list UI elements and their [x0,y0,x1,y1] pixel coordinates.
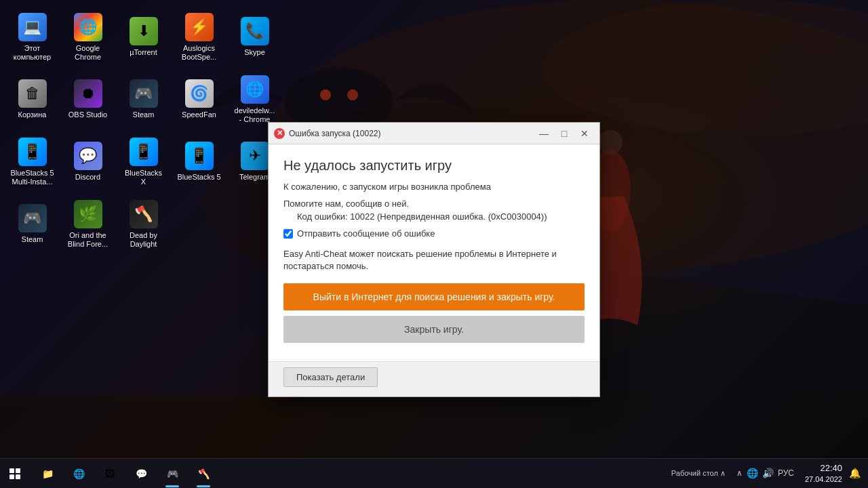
bluestacks52-icon-label: BlueStacks 5 [177,173,220,182]
bluestacksx-icon-label: BlueStacks X [121,169,165,186]
dialog-maximize-button[interactable]: □ [555,126,574,141]
taskbar-date: 27.04.2022 [805,474,842,485]
desktop-icon-auslogics[interactable]: ⚡ Auslogics BootSpe... [174,7,224,68]
dialog-error-code: Код ошибки: 10022 (Непредвиденная ошибка… [297,211,585,222]
notification-bell-icon: 🔔 [849,468,861,479]
bluestacks5-icon-label: BlueStacks 5 Multi-Insta... [10,169,54,186]
taskbar-network-icon: 🌐 [747,468,758,479]
desktop-icon-recycle[interactable]: 🗑 Корзина [7,69,58,130]
pc-icon-label: Этот компьютер [10,44,54,62]
taskbar-volume-icon: 🔊 [762,468,774,479]
dialog-footer: Показать детали [269,361,599,396]
desktop-icon-skype[interactable]: 📞 Skype [229,7,280,68]
taskbar-right: Рабочий стол ∧ ∧ 🌐 🔊 РУС 22:40 27.04.202… [671,462,868,485]
recycle-icon-label: Корзина [18,110,47,119]
chrome-icon-label: Google Chrome [66,44,110,62]
dialog-minimize-button[interactable]: — [534,126,553,141]
utorrent-icon: ⬇ [130,17,158,45]
taskbar-desktop-label[interactable]: Рабочий стол ∧ [671,469,726,478]
taskbar-chrome-button[interactable]: 🌐 [64,459,94,489]
taskbar-lang-label: РУС [778,468,794,478]
telegram-icon: ✈ [241,142,269,170]
steam2-icon-label: Steam [22,235,43,244]
taskbar-photo-button[interactable]: 🖼 [95,459,125,489]
dialog-checkbox-row: Отправить сообщение об ошибке [283,228,585,239]
steam-icon: 🎮 [130,79,158,108]
start-sq1 [9,468,14,473]
desktop-icon-bluestacksx[interactable]: 📱 BlueStacks X [118,131,169,192]
desktop-icon-discord[interactable]: 💬 Discord [62,131,113,192]
recycle-icon: 🗑 [18,79,47,108]
taskbar-items: 📁 🌐 🖼 💬 🎮 🪓 [30,459,671,489]
skype-icon-label: Skype [244,48,265,57]
dialog-subtitle: К сожалению, с запуском игры возникла пр… [283,182,585,192]
start-sq3 [9,474,14,479]
dialog-show-details-button[interactable]: Показать детали [283,367,378,387]
taskbar-explorer-button[interactable]: 📁 [33,459,62,489]
start-sq2 [16,468,20,473]
taskbar-chrome-icon: 🌐 [70,465,87,483]
desktop-icon-ori[interactable]: 🌿 Ori and the Blind Fore... [62,194,113,255]
desktop-icon-bluestacks52[interactable]: 📱 BlueStacks 5 [174,131,224,192]
taskbar-steam-button[interactable]: 🎮 [157,459,187,489]
desktop-icons-area: 💻 Этот компьютер 🌐 Google Chrome ⬇ µTorr… [7,7,283,255]
taskbar-up-arrow-icon[interactable]: ∧ [736,468,743,478]
desktop-icon-speedfan[interactable]: 🌀 SpeedFan [174,69,224,130]
dialog-content: Не удалось запустить игру К сожалению, с… [269,144,599,361]
pc-icon: 💻 [18,13,47,41]
desktop-icon-devilede[interactable]: 🌐 deviledelw... - Chrome [229,69,280,130]
devilede-icon: 🌐 [241,75,269,104]
speedfan-icon-label: SpeedFan [182,110,216,119]
ori-icon: 🌿 [74,200,102,228]
dialog-window-controls: — □ ✕ [534,126,594,141]
dialog-close-game-button[interactable]: Закрыть игру. [283,316,585,343]
auslogics-icon: ⚡ [185,13,214,41]
dialog-titlebar: ✕ Ошибка запуска (10022) — □ ✕ [269,123,599,144]
taskbar: 📁 🌐 🖼 💬 🎮 🪓 Рабочий стол ∧ ∧ 🌐 [0,458,868,488]
auslogics-icon-label: Auslogics BootSpe... [177,44,221,62]
desktop: 💻 Этот компьютер 🌐 Google Chrome ⬇ µTorr… [0,0,868,488]
bluestacks52-icon: 📱 [185,142,214,170]
taskbar-clock[interactable]: 22:40 27.04.2022 [805,462,842,485]
taskbar-dbd-icon: 🪓 [195,465,212,483]
dialog-checkbox-label: Отправить сообщение об ошибке [297,228,435,239]
dialog-eac-text: Easy Anti-Cheat может поискать решение п… [283,248,585,272]
error-title-icon: ✕ [274,128,285,139]
desktop-icon-dbd[interactable]: 🪓 Dead by Daylight [118,194,169,255]
steam2-icon: 🎮 [18,204,47,232]
taskbar-start-button[interactable] [0,459,30,489]
taskbar-systray: ∧ 🌐 🔊 РУС [731,468,800,479]
taskbar-dbd-button[interactable]: 🪓 [189,459,218,489]
windows-logo-icon [9,468,20,479]
dialog-search-internet-button[interactable]: Выйти в Интернет для поиска решения и за… [283,283,585,310]
discord-icon-label: Discord [75,173,100,182]
desktop-icon-utorrent[interactable]: ⬇ µTorrent [118,7,169,68]
taskbar-discord-icon: 💬 [132,465,150,483]
desktop-icon-pc[interactable]: 💻 Этот компьютер [7,7,58,68]
steam-icon-label: Steam [133,110,155,119]
taskbar-discord-button[interactable]: 💬 [126,459,156,489]
bluestacksx-icon: 📱 [130,138,158,166]
dialog-help-text: Помогите нам, сообщив о ней. [283,199,585,209]
obs-icon: ⏺ [74,79,102,108]
taskbar-steam-icon: 🎮 [163,465,181,483]
discord-icon: 💬 [74,142,102,170]
desktop-icon-steam[interactable]: 🎮 Steam [118,69,169,130]
desktop-icon-bluestacks5[interactable]: 📱 BlueStacks 5 Multi-Insta... [7,131,58,192]
bluestacks5-icon: 📱 [18,138,47,166]
telegram-icon-label: Telegram [239,173,270,182]
dialog-main-title: Не удалось запустить игру [283,158,585,174]
speedfan-icon: 🌀 [185,79,214,108]
desktop-icon-steam2[interactable]: 🎮 Steam [7,194,58,255]
desktop-icon-obs[interactable]: ⏺ OBS Studio [62,69,113,130]
taskbar-notification-button[interactable]: 🔔 [848,466,861,480]
send-error-checkbox[interactable] [283,229,293,239]
dialog-close-button[interactable]: ✕ [575,126,594,141]
desktop-icon-chrome[interactable]: 🌐 Google Chrome [62,7,113,68]
utorrent-icon-label: µTorrent [130,48,157,57]
taskbar-explorer-icon: 📁 [39,465,56,483]
taskbar-photo-icon: 🖼 [101,465,119,483]
dbd-icon-label: Dead by Daylight [121,231,165,249]
skype-icon: 📞 [241,17,269,45]
taskbar-time: 22:40 [805,462,842,474]
